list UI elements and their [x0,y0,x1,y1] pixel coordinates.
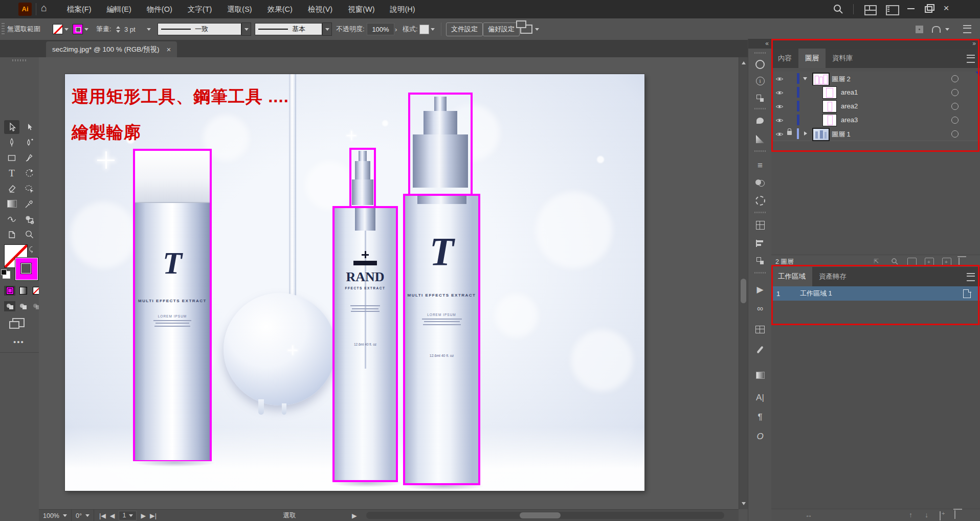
stroke-panel-icon[interactable]: ≡ [754,160,766,172]
layer-name[interactable]: area2 [841,102,858,110]
type-tool[interactable]: T [4,166,19,180]
actions-panel-icon[interactable]: ▶ [754,283,766,296]
delete-layer-icon[interactable] [959,258,967,265]
visibility-eye-icon[interactable] [775,131,784,139]
collect-for-export-icon[interactable]: ⇱ [874,258,882,265]
transform-panel-icon[interactable] [754,92,766,104]
menu-object[interactable]: 物件(O) [139,5,180,14]
snap-options-icon[interactable] [932,26,941,33]
layer-thumbnail[interactable] [812,73,830,86]
symbols-panel-icon[interactable] [754,323,766,335]
layer-thumbnail[interactable] [822,114,837,126]
draw-behind-mode[interactable] [17,301,29,311]
new-artboard-icon[interactable] [940,512,941,520]
visibility-eye-icon[interactable] [775,117,784,125]
brush-definition-select[interactable]: 基本 [255,23,322,35]
next-artboard-icon[interactable]: ▶ [141,512,146,519]
draw-normal-mode[interactable] [4,301,15,311]
direct-selection-tool[interactable] [21,120,37,134]
last-artboard-icon[interactable]: ▶| [150,512,157,519]
properties-panel-icon[interactable] [754,58,766,71]
layer-name[interactable]: 圖層 2 [832,75,851,84]
snap-dropdown-icon[interactable] [945,28,949,31]
scroll-down-icon[interactable] [742,502,746,505]
transform-grid-panel-icon[interactable] [754,219,766,231]
layer-row[interactable]: area3 [771,113,980,127]
touch-workspace-icon[interactable] [916,26,923,33]
layer-name[interactable]: area1 [841,88,858,96]
menu-help[interactable]: 說明(H) [382,5,422,14]
layers-panel-menu-icon[interactable] [967,55,975,63]
lock-icon[interactable] [787,131,792,135]
minimize-button[interactable] [903,0,920,16]
menu-window[interactable]: 視窗(W) [340,5,382,14]
tab-asset-export[interactable]: 資產轉存 [812,267,853,286]
transparency-panel-icon[interactable] [754,177,766,189]
gradient-button[interactable] [17,286,29,296]
menu-select[interactable]: 選取(S) [219,5,259,14]
stroke-weight-stepper[interactable] [116,26,120,33]
brushes-panel-icon[interactable] [754,344,766,356]
variable-width-profile-select[interactable]: 一致 [158,23,241,35]
layer-target-icon[interactable] [951,103,959,110]
character-panel-icon[interactable]: A| [754,392,766,404]
new-sublayer-icon[interactable]: + [925,258,934,266]
stroke-dropdown-icon[interactable] [84,28,88,31]
vertical-scrollbar[interactable] [739,57,748,509]
change-screen-mode-icon[interactable] [12,318,25,327]
brush-dropdown-icon[interactable] [322,22,332,36]
artboard-number-field[interactable]: 1 [119,511,137,520]
layer-target-icon[interactable] [951,75,959,82]
first-artboard-icon[interactable]: |◀ [99,512,106,519]
layer-thumbnail[interactable] [822,100,837,112]
layer-thumbnail[interactable] [812,128,830,141]
menu-file[interactable]: 檔案(F) [59,5,99,14]
document-setup-button[interactable]: 文件設定 [446,22,483,36]
tab-layers[interactable]: 圖層 [798,49,826,68]
color-panel-icon[interactable] [754,115,766,127]
select-menu-panel-icon[interactable] [754,194,766,207]
opacity-field[interactable]: 100% [367,23,394,35]
rotation-select[interactable]: 0° [72,510,94,521]
fill-dropdown-icon[interactable] [64,28,69,31]
align-options-icon[interactable] [520,25,532,34]
controlbar-menu-icon[interactable] [963,25,971,33]
style-dropdown-icon[interactable] [431,28,435,31]
opacity-expand-icon[interactable]: › [395,26,397,33]
tab-properties[interactable]: 內容 [771,49,798,68]
expand-chevron-icon[interactable] [804,131,807,135]
default-fill-stroke-icon[interactable] [3,271,10,279]
vertical-scroll-thumb[interactable] [741,279,746,303]
zoom-tool[interactable] [21,228,37,241]
swap-fill-stroke-icon[interactable]: ⤸ [29,245,33,254]
arrange-documents-icon[interactable] [886,5,899,15]
middle-bottle-pump-outline[interactable] [349,148,376,208]
search-icon[interactable] [833,4,844,15]
delete-artboard-icon[interactable] [954,510,955,518]
expand-panels-icon[interactable]: « [748,39,772,49]
document-tab[interactable]: sec2img.jpg* @ 100 % (RGB/預視) × [46,41,177,57]
artboard-tool[interactable] [4,228,19,241]
horizontal-scroll-thumb[interactable] [520,512,561,518]
preferences-button[interactable]: 偏好設定 [483,22,520,36]
right-bottle-outline[interactable]: T MULTI EFFECTS EXTRACT LOREM IPSUM 12.6… [403,194,480,485]
curvature-tool[interactable] [21,135,37,149]
shaper-tool[interactable] [21,182,37,195]
layer-thumbnail[interactable] [822,86,837,99]
stroke-indicator[interactable] [15,258,38,280]
stroke-color-swatch[interactable] [73,24,83,34]
zoom-level-select[interactable]: 100% [39,510,72,521]
status-popup-icon[interactable]: ▶ [352,512,357,519]
menu-effect[interactable]: 效果(C) [260,5,300,14]
canvas-area[interactable]: T MULTI EFFECTS EXTRACT LOREM IPSUM [39,57,739,509]
move-up-icon[interactable]: ↑ [909,511,912,519]
layer-row[interactable]: area2 [771,99,980,114]
width-tool[interactable] [4,212,19,226]
rearrange-artboards-icon[interactable]: ↔ [805,511,812,519]
visibility-eye-icon[interactable] [775,103,784,111]
horizontal-scrollbar[interactable] [366,512,724,519]
menu-view[interactable]: 檢視(V) [300,5,340,14]
layer-target-icon[interactable] [951,117,959,124]
prev-artboard-icon[interactable]: ◀ [110,512,115,519]
artboard[interactable]: T MULTI EFFECTS EXTRACT LOREM IPSUM [65,74,644,491]
